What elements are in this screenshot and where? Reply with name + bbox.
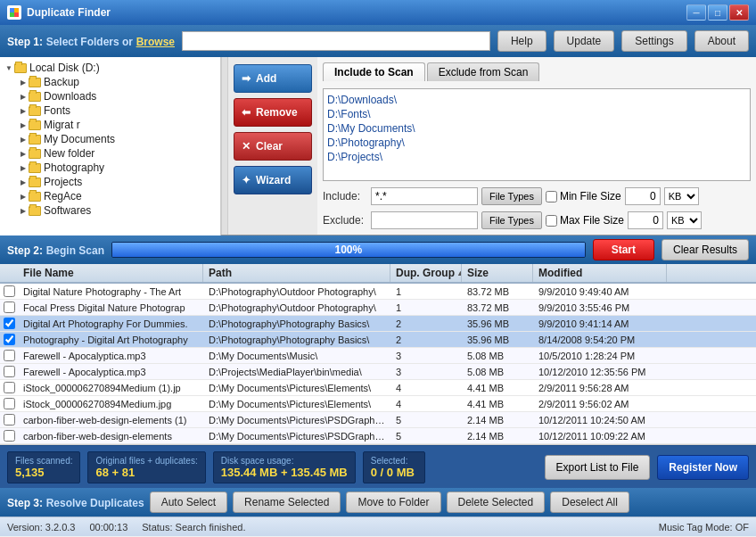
max-size-unit[interactable]: KBMB: [667, 211, 702, 229]
table-row[interactable]: Farewell - Apocalyptica.mp3D:\Projects\M…: [0, 364, 756, 380]
max-size-input[interactable]: [628, 211, 663, 229]
table-row[interactable]: Digital Nature Photography - The ArtD:\P…: [0, 284, 756, 300]
row-checkbox[interactable]: [0, 414, 18, 425]
cell-name: Focal Press Digital Nature Photograp: [18, 302, 203, 314]
tree-item[interactable]: ▶Fonts: [0, 103, 220, 118]
min-size-unit[interactable]: KBMB: [664, 187, 699, 205]
auto-select-button[interactable]: Auto Select: [150, 492, 227, 513]
include-exclude-panel: Include to Scan Exclude from Scan D:\Dow…: [317, 57, 756, 235]
clear-button[interactable]: ✕ Clear: [234, 132, 312, 161]
table-row[interactable]: Photography - Digital Art PhotographyD:\…: [0, 332, 756, 348]
cell-modified: 10/5/2010 1:28:24 PM: [533, 350, 667, 362]
max-size-label: Max File Size: [546, 214, 624, 227]
row-checkbox[interactable]: [0, 334, 18, 345]
register-now-button[interactable]: Register Now: [657, 455, 749, 480]
tree-label: Fonts: [44, 104, 70, 117]
start-button[interactable]: Start: [593, 239, 654, 260]
tree-item[interactable]: ▶New folder: [0, 146, 220, 161]
col-header-dup[interactable]: Dup. Group ▲: [390, 264, 462, 282]
close-button[interactable]: ✕: [729, 4, 749, 21]
tree-item[interactable]: ▶Downloads: [0, 89, 220, 103]
col-header-modified[interactable]: Modified: [533, 264, 667, 282]
cell-size: 5.08 MB: [462, 350, 533, 362]
cell-path: D:\My Documents\Pictures\PSDGraphics\PSD…: [203, 414, 390, 426]
table-row[interactable]: iStock_000006270894Medium (1).jpD:\My Do…: [0, 380, 756, 396]
tree-arrow-icon: ▶: [18, 193, 29, 201]
row-checkbox[interactable]: [0, 285, 18, 297]
minimize-button[interactable]: ─: [686, 4, 706, 21]
row-checkbox[interactable]: [0, 398, 18, 409]
delete-selected-button[interactable]: Delete Selected: [447, 492, 546, 513]
remove-button[interactable]: ⬅ Remove: [234, 98, 312, 127]
col-header-path[interactable]: Path: [203, 264, 390, 282]
tree-item[interactable]: ▶Migrat r: [0, 118, 220, 132]
svg-rect-2: [10, 12, 14, 17]
browse-input[interactable]: [182, 31, 490, 51]
browse-link[interactable]: Browse: [136, 36, 175, 48]
originals-stat: Original files + duplicates: 68 + 81: [87, 451, 205, 483]
export-list-button[interactable]: Export List to File: [545, 455, 651, 480]
tree-label: Local Disk (D:): [29, 62, 100, 74]
tree-item[interactable]: ▶Projects: [0, 175, 220, 189]
cell-modified: 10/12/2010 12:35:56 PM: [533, 366, 667, 378]
cell-name: Digital Art Photography For Dummies.: [18, 318, 203, 330]
table-row[interactable]: Focal Press Digital Nature PhotograpD:\P…: [0, 300, 756, 316]
col-header-name[interactable]: File Name: [18, 264, 203, 282]
cell-modified: 10/12/2011 10:09:22 AM: [533, 430, 667, 442]
col-header-size[interactable]: Size: [462, 264, 533, 282]
include-file-types-button[interactable]: File Types: [481, 187, 542, 205]
about-button[interactable]: About: [694, 30, 749, 52]
wizard-button[interactable]: ✦ Wizard: [234, 166, 312, 194]
cell-size: 83.72 MB: [462, 302, 533, 314]
tree-item[interactable]: ▶RegAce: [0, 189, 220, 203]
row-checkbox[interactable]: [0, 430, 18, 442]
tree-label: RegAce: [44, 190, 82, 202]
clear-results-button[interactable]: Clear Results: [662, 239, 749, 260]
folder-tree[interactable]: ▼Local Disk (D:)▶Backup▶Downloads▶Fonts▶…: [0, 57, 220, 235]
row-checkbox[interactable]: [0, 350, 18, 361]
tree-item[interactable]: ▶Softwares: [0, 203, 220, 218]
row-checkbox[interactable]: [0, 318, 18, 329]
scan-path-item: D:\Fonts\: [327, 107, 746, 121]
cell-size: 35.96 MB: [462, 334, 533, 346]
table-row[interactable]: carbon-fiber-web-design-elements (1)D:\M…: [0, 412, 756, 428]
exclude-filter-input[interactable]: [371, 211, 478, 229]
row-checkbox[interactable]: [0, 302, 18, 313]
tree-item[interactable]: ▼Local Disk (D:): [0, 61, 220, 75]
tree-arrow-icon: ▶: [18, 178, 29, 186]
tree-item[interactable]: ▶My Documents: [0, 132, 220, 146]
rename-selected-button[interactable]: Rename Selected: [233, 492, 341, 513]
min-size-input[interactable]: [625, 187, 661, 205]
update-button[interactable]: Update: [554, 30, 615, 52]
folder-icon: [29, 78, 41, 87]
table-row[interactable]: Farewell - Apocalyptica.mp3D:\My Documen…: [0, 348, 756, 364]
wizard-star-icon: ✦: [242, 174, 251, 186]
include-tab[interactable]: Include to Scan: [323, 62, 425, 81]
tree-item[interactable]: ▶Photography: [0, 161, 220, 175]
table-row[interactable]: carbon-fiber-web-design-elementsD:\My Do…: [0, 428, 756, 444]
tree-item[interactable]: ▶Backup: [0, 75, 220, 89]
status-bar: Version: 3.2.0.3 00:00:13 Status: Search…: [0, 516, 756, 536]
add-button[interactable]: ➡ Add: [234, 64, 312, 93]
table-row[interactable]: iStock_000006270894Medium.jpgD:\My Docum…: [0, 396, 756, 412]
help-button[interactable]: Help: [497, 30, 546, 52]
row-checkbox[interactable]: [0, 382, 18, 393]
include-filter-input[interactable]: [371, 187, 478, 205]
maximize-button[interactable]: □: [708, 4, 727, 21]
folder-icon: [29, 178, 41, 187]
max-size-checkbox[interactable]: [546, 215, 557, 227]
resize-handle[interactable]: [221, 57, 228, 235]
row-checkbox[interactable]: [0, 366, 18, 377]
table-body[interactable]: Digital Nature Photography - The ArtD:\P…: [0, 284, 756, 444]
move-to-folder-button[interactable]: Move to Folder: [346, 492, 440, 513]
min-size-checkbox[interactable]: [546, 191, 557, 202]
deselect-all-button[interactable]: Deselect All: [550, 492, 629, 513]
cell-modified: 2/9/2011 9:56:28 AM: [533, 382, 667, 394]
cell-dup: 1: [390, 285, 462, 298]
tree-label: Backup: [44, 76, 79, 88]
exclude-tab[interactable]: Exclude from Scan: [427, 62, 540, 81]
table-row[interactable]: Digital Art Photography For Dummies.D:\P…: [0, 316, 756, 332]
step3-label: Step 3: Resolve Duplicates: [7, 496, 144, 509]
exclude-file-types-button[interactable]: File Types: [481, 211, 542, 229]
settings-button[interactable]: Settings: [621, 30, 686, 52]
